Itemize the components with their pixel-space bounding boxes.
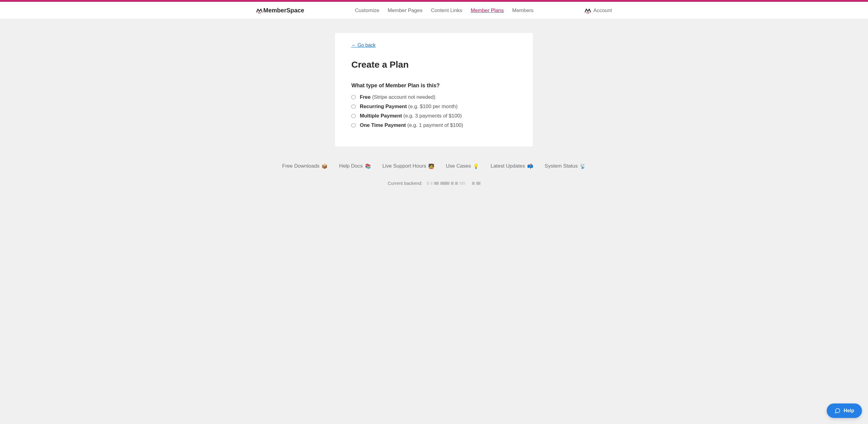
option-multiple[interactable]: Multiple Payment (e.g. 3 payments of $10… — [351, 113, 517, 119]
nav-member-pages[interactable]: Member Pages — [388, 7, 422, 13]
satellite-icon: 📡 — [580, 163, 586, 169]
package-icon: 📦 — [321, 163, 328, 169]
account-link[interactable]: Account — [585, 7, 612, 13]
logo-text: MemberSpace — [263, 7, 304, 14]
footer-links: Free Downloads 📦 Help Docs 📚 Live Suppor… — [279, 163, 589, 169]
mailbox-icon: 📫 — [527, 163, 533, 169]
go-back-link[interactable]: ← Go back — [351, 43, 375, 48]
logo-mark — [256, 8, 263, 13]
footer-help-docs[interactable]: Help Docs 📚 — [339, 163, 371, 169]
option-label: One Time Payment (e.g. 1 payment of $100… — [360, 122, 463, 129]
plan-type-options: Free (Stripe account not needed) Recurri… — [351, 94, 517, 129]
option-label: Free (Stripe account not needed) — [360, 94, 435, 100]
logo[interactable]: MemberSpace — [256, 7, 304, 14]
page-title: Create a Plan — [351, 59, 517, 70]
books-icon: 📚 — [365, 163, 371, 169]
nav-members[interactable]: Members — [512, 7, 533, 13]
main-card: ← Go back Create a Plan What type of Mem… — [335, 33, 533, 146]
option-label: Multiple Payment (e.g. 3 payments of $10… — [360, 113, 462, 119]
footer-support-hours[interactable]: Live Support Hours 🧑‍🏫 — [382, 163, 435, 169]
radio-recurring[interactable] — [351, 105, 355, 109]
radio-multiple[interactable] — [351, 114, 355, 118]
nav-content-links[interactable]: Content Links — [431, 7, 462, 13]
option-recurring[interactable]: Recurring Payment (e.g. $100 per month) — [351, 104, 517, 110]
plan-type-question: What type of Member Plan is this? — [351, 82, 517, 89]
radio-free[interactable] — [351, 95, 355, 100]
nav-member-plans[interactable]: Member Plans — [471, 7, 504, 13]
footer-system-status[interactable]: System Status 📡 — [545, 163, 586, 169]
teacher-icon: 🧑‍🏫 — [428, 163, 434, 169]
backend-label: Current backend: — [388, 180, 422, 186]
footer-use-cases[interactable]: Use Cases 💡 — [446, 163, 479, 169]
account-label: Account — [593, 7, 612, 13]
account-icon — [585, 8, 591, 13]
main-nav: Customize Member Pages Content Links Mem… — [355, 7, 533, 13]
option-label: Recurring Payment (e.g. $100 per month) — [360, 104, 458, 110]
backend-info: Current backend: — [279, 180, 589, 186]
footer-latest-updates[interactable]: Latest Updates 📫 — [490, 163, 533, 169]
footer-downloads[interactable]: Free Downloads 📦 — [282, 163, 328, 169]
footer: Free Downloads 📦 Help Docs 📚 Live Suppor… — [279, 163, 589, 186]
backend-value-redacted — [427, 182, 480, 185]
nav-customize[interactable]: Customize — [355, 7, 379, 13]
header: MemberSpace Customize Member Pages Conte… — [0, 2, 868, 19]
radio-onetime[interactable] — [351, 123, 355, 128]
bulb-icon: 💡 — [473, 163, 479, 169]
option-onetime[interactable]: One Time Payment (e.g. 1 payment of $100… — [351, 122, 517, 129]
option-free[interactable]: Free (Stripe account not needed) — [351, 94, 517, 100]
